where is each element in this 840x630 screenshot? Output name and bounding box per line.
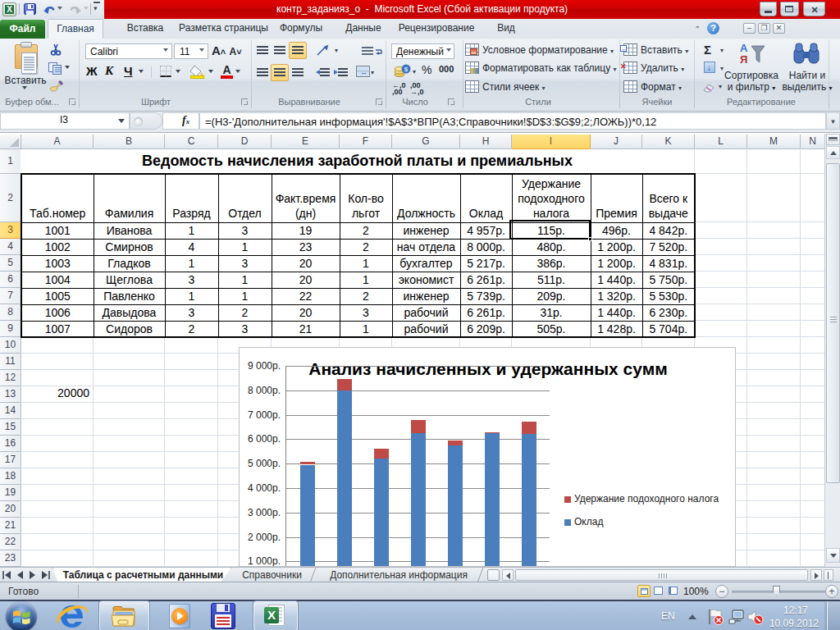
svg-text:А: А — [740, 42, 748, 54]
svg-text:$: $ — [404, 66, 409, 73]
svg-text:Я: Я — [740, 53, 747, 66]
